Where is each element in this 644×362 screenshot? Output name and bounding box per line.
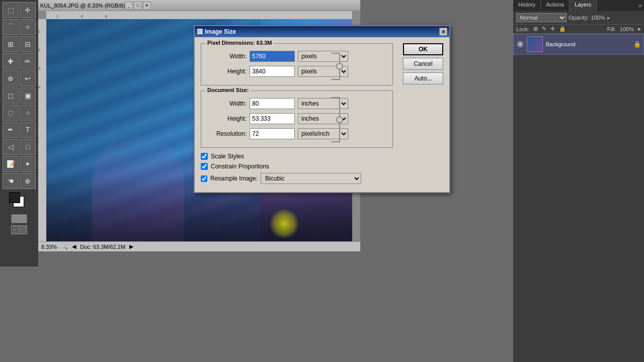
pixel-height-label: Height: [206, 68, 247, 75]
auto-button[interactable]: Auto... [403, 72, 443, 84]
quick-mask-toggle[interactable] [11, 214, 27, 223]
layer-name: Background [546, 41, 630, 47]
blend-opacity-row: Normal Opacity: 100% ▸ [513, 11, 644, 25]
doc-width-input[interactable] [250, 98, 295, 109]
panel-options-btn[interactable]: » [636, 0, 644, 11]
layer-visibility-icon[interactable] [517, 41, 524, 48]
ruler-horizontal: 2 4 6 [46, 11, 352, 19]
doc-height-input[interactable] [250, 113, 295, 124]
layer-background[interactable]: Background 🔒 [513, 34, 644, 55]
doc-width-unit-select[interactable]: inches cm mm [298, 98, 348, 109]
link-node [336, 63, 343, 70]
link-bracket [331, 53, 340, 80]
resample-image-checkbox[interactable] [201, 175, 207, 182]
move-tool[interactable]: ✛ [20, 2, 36, 18]
opacity-arrow[interactable]: ▸ [607, 15, 610, 21]
crop-tool[interactable]: ⊞ [3, 36, 19, 52]
pixel-dimensions-group: Pixel Dimensions: 63.3M Width: pixels pe… [201, 43, 393, 85]
doc-info: Doc: 63.3M/62.2M [80, 244, 125, 250]
lock-image-icon[interactable]: ✎ [542, 26, 546, 32]
document-size-content: Width: inches cm mm [206, 98, 387, 139]
zoom-tool[interactable]: ⊕ [20, 173, 36, 189]
resolution-input[interactable] [250, 128, 295, 139]
doc-link-bracket [331, 97, 340, 142]
path-select-tool[interactable]: ◁ [3, 139, 19, 155]
dialog-body: OK Cancel Auto... Pixel Dimensions: 63.3… [195, 37, 449, 192]
pixel-width-label: Width: [206, 53, 247, 60]
doc-height-label: Height: [206, 115, 247, 122]
fill-arrow[interactable]: ▸ [638, 26, 641, 32]
tab-history[interactable]: History [513, 0, 541, 11]
resolution-label: Resolution: [206, 130, 247, 137]
text-tool[interactable]: T [20, 122, 36, 138]
resample-image-label: Resample Image: [210, 175, 258, 182]
lock-transparent-icon[interactable]: ⊞ [533, 26, 538, 32]
canvas-maximize-btn[interactable]: □ [134, 2, 142, 10]
fill-label: Fill: [607, 26, 616, 32]
history-brush-tool[interactable]: ↩ [20, 70, 36, 86]
cancel-button[interactable]: Cancel [403, 58, 443, 70]
dialog-titlebar: 🖼 Image Size ✕ [195, 26, 449, 37]
brush-tool[interactable]: ✏ [20, 53, 36, 69]
lock-label: Lock: [516, 26, 529, 32]
checkboxes-area: Scale Styles Constrain Proportions Resam… [201, 153, 443, 186]
nav-prev[interactable]: ◀ [72, 243, 76, 250]
zoom-icon[interactable]: 🔍 [61, 243, 68, 250]
pixel-width-input[interactable] [250, 51, 295, 62]
lock-all-icon[interactable]: 🔒 [559, 26, 566, 32]
opacity-value: 100% [591, 15, 605, 21]
marquee-tool[interactable]: ⬚ [3, 2, 19, 18]
blur-tool[interactable]: ◌ [3, 105, 19, 121]
scale-styles-checkbox[interactable] [201, 153, 208, 160]
pen-tool[interactable]: ✒ [3, 122, 19, 138]
slice-tool[interactable]: ⊟ [20, 36, 36, 52]
document-size-group: Document Size: Width: inches cm mm [201, 90, 393, 148]
image-size-dialog[interactable]: 🖼 Image Size ✕ OK Cancel Auto... Pixel D… [194, 25, 450, 193]
dodge-tool[interactable]: ○ [20, 105, 36, 121]
tab-actions[interactable]: Actions [541, 0, 570, 11]
right-panel: History Actions Layers » Normal Opacity:… [513, 0, 644, 362]
pixel-height-input[interactable] [250, 66, 295, 77]
color-swatches[interactable] [9, 192, 29, 212]
canvas-close-btn[interactable]: ✕ [143, 2, 151, 10]
magic-wand-tool[interactable]: ✧ [20, 19, 36, 35]
nav-next[interactable]: ▶ [129, 243, 133, 250]
canvas-minimize-btn[interactable]: _ [125, 2, 133, 10]
shape-tool[interactable]: □ [20, 139, 36, 155]
dialog-close-button[interactable]: ✕ [439, 28, 447, 36]
blend-mode-select[interactable]: Normal [516, 13, 567, 22]
lock-position-icon[interactable]: ✛ [550, 26, 555, 32]
eraser-tool[interactable]: ◻ [3, 87, 19, 104]
document-size-title: Document Size: [205, 87, 251, 93]
resample-image-row: Resample Image: Bicubic Bicubic Smoother… [201, 173, 443, 184]
layer-thumbnail [527, 36, 543, 52]
constrain-proportions-checkbox[interactable] [201, 163, 208, 170]
resample-image-select[interactable]: Bicubic Bicubic Smoother Bicubic Sharper… [261, 173, 361, 184]
resolution-unit-select[interactable]: pixels/inch pixels/cm [298, 128, 348, 139]
heal-tool[interactable]: ✚ [3, 53, 19, 69]
scale-styles-row: Scale Styles [201, 153, 443, 160]
eyedropper-tool[interactable]: ✦ [20, 156, 36, 172]
tab-layers[interactable]: Layers [570, 0, 597, 11]
lock-row: Lock: ⊞ ✎ ✛ 🔒 Fill: 100% ▸ [513, 25, 644, 34]
pixel-height-row: Height: pixels percent [206, 66, 387, 77]
constrain-proportions-label: Constrain Proportions [211, 163, 269, 170]
fill-value: 100% [620, 26, 634, 32]
notes-tool[interactable]: 📝 [3, 156, 19, 172]
gradient-tool[interactable]: ▣ [20, 87, 36, 104]
clone-tool[interactable]: ⊕ [3, 70, 19, 86]
dialog-title: Image Size [205, 28, 236, 35]
lasso-tool[interactable]: ⌒ [3, 19, 19, 35]
layer-lock-icon: 🔒 [633, 41, 640, 48]
ok-button[interactable]: OK [403, 43, 443, 55]
panel-tabs: History Actions Layers » [513, 0, 644, 11]
pixel-width-row: Width: pixels percent [206, 51, 387, 62]
screen-mode-toggle[interactable]: ⬚ [11, 225, 27, 234]
pixel-width-unit-select[interactable]: pixels percent [298, 51, 348, 62]
left-toolbar: ⬚ ✛ ⌒ ✧ ⊞ ⊟ ✚ ✏ ⊕ ↩ ◻ ▣ ◌ ○ ✒ T ◁ □ 📝 ✦ … [0, 0, 38, 266]
canvas-title: KUL_8054.JPG @ 8.33% (RGB/8) [40, 3, 125, 9]
hand-tool[interactable]: ☚ [3, 173, 19, 189]
opacity-label: Opacity: [569, 15, 589, 21]
doc-width-label: Width: [206, 100, 247, 107]
constrain-proportions-row: Constrain Proportions [201, 163, 443, 170]
